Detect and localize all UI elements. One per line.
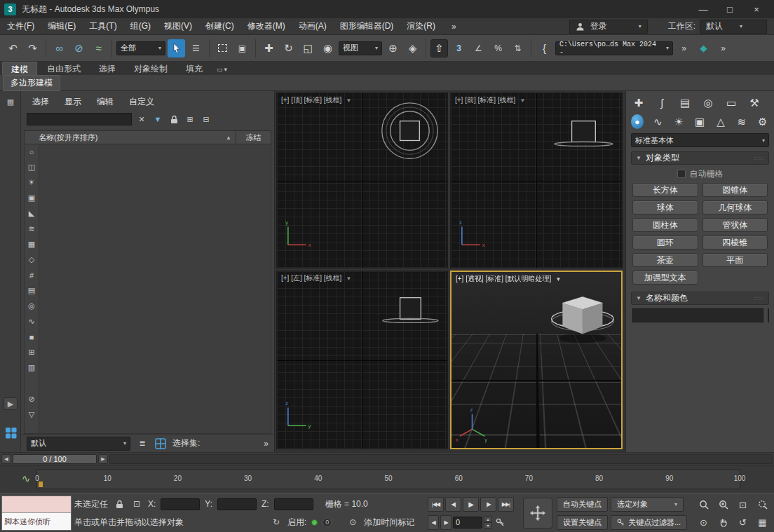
viewport-label-text[interactable]: [+] [顶] [标准] [线框]	[281, 95, 341, 105]
scene-explorer-grid-icon[interactable]	[154, 437, 167, 450]
maxscript-mini-listener[interactable]: 脚本迷你侦听	[1, 496, 72, 531]
selection-lock-toggle[interactable]	[113, 498, 125, 510]
menu-create[interactable]: 创建(C)	[205, 20, 234, 32]
spinner-snap-toggle[interactable]: ⇅	[509, 39, 527, 57]
ribbon-tab-selection[interactable]: 选择	[90, 62, 124, 75]
play-button[interactable]: ▶	[463, 497, 479, 512]
current-frame-field[interactable]	[453, 517, 482, 528]
display-helpers-icon[interactable]: ◣	[26, 208, 37, 219]
set-keys-button[interactable]	[523, 498, 552, 528]
menu-tools[interactable]: 工具(T)	[89, 20, 116, 32]
ribbon-tab-populate[interactable]: 填充	[177, 62, 211, 75]
viewport-left[interactable]: y z [+] [左] [标准] [线框] ▼	[276, 271, 448, 449]
explorer-column-header[interactable]: 名称(按升序排序) ▲ 冻结	[24, 130, 271, 144]
ribbon-display-toggle[interactable]: ▭ ▾	[217, 66, 227, 75]
reference-coordinate-dropdown[interactable]: 视图 ▾	[339, 41, 382, 55]
add-time-tag[interactable]: 添加时间标记	[364, 517, 414, 528]
adaptive-degradation-icon[interactable]: ↻	[270, 516, 283, 528]
key-set-dropdown[interactable]: 选定对象 ▾	[611, 497, 684, 512]
select-and-scale-button[interactable]: ◱	[299, 39, 317, 57]
zoom-button[interactable]	[694, 496, 713, 513]
pan-button[interactable]	[714, 514, 733, 531]
select-and-rotate-button[interactable]: ↻	[280, 39, 297, 57]
active-layer-dropdown[interactable]: 默认 ▾	[27, 437, 130, 451]
create-space-warps-icon[interactable]: ≋	[735, 114, 748, 130]
toolbar-overflow-icon[interactable]: »	[675, 39, 693, 57]
torus-button[interactable]: 圆环	[632, 236, 698, 250]
docked-toolbar-icon[interactable]	[4, 426, 18, 439]
expand-layout-tabs-button[interactable]: ▶	[4, 397, 18, 410]
freeze-column-header[interactable]: 冻结	[236, 131, 271, 144]
ribbon-tab-freeform[interactable]: 自由形式	[39, 62, 89, 75]
spinner-down-icon[interactable]: ▾	[484, 522, 492, 528]
viewport-perspective-active[interactable]: x y z [+] [透视] [标准] [默认明暗处理] ▼	[450, 271, 623, 449]
pyramid-button[interactable]: 四棱锥	[702, 236, 768, 250]
viewport-top[interactable]: x y [+] [顶] [标准] [线框] ▼	[276, 93, 448, 268]
display-misc-icon[interactable]: ▥	[26, 362, 37, 373]
lock-explorer-icon[interactable]	[168, 113, 180, 125]
teapot-button[interactable]: 茶壶	[632, 253, 698, 267]
orbit-button[interactable]: ↺	[733, 514, 752, 531]
explorer-overflow-icon[interactable]: »	[264, 439, 269, 449]
tab-create-icon[interactable]: ✚	[631, 95, 646, 111]
next-frame-button[interactable]: ▶	[440, 515, 452, 530]
tube-button[interactable]: 管状体	[702, 218, 768, 232]
create-geometry-icon[interactable]: ●	[631, 114, 644, 129]
display-frozen-icon[interactable]: ■	[26, 332, 37, 342]
maximize-button[interactable]: □	[717, 0, 743, 18]
tab-modify-icon[interactable]: ∫	[654, 95, 670, 111]
display-materials-icon[interactable]: ◎	[26, 301, 37, 311]
layer-manager-icon[interactable]: ≣	[136, 437, 149, 450]
display-space-warps-icon[interactable]: ≋	[26, 224, 37, 234]
display-cameras-icon[interactable]: ▣	[26, 193, 37, 203]
display-lights-icon[interactable]: ☀	[26, 177, 37, 188]
select-and-place-button[interactable]: ◉	[319, 39, 337, 57]
window-crossing-toggle[interactable]: ▣	[233, 39, 251, 57]
clear-search-icon[interactable]: ✕	[135, 113, 148, 125]
textplus-button[interactable]: 加强型文本	[632, 271, 698, 285]
zoom-extents-button[interactable]: ⊡	[733, 496, 752, 513]
ribbon-tab-modeling[interactable]: 建模	[2, 62, 37, 75]
viewcube-caret-icon[interactable]: ▼	[555, 276, 561, 282]
create-systems-icon[interactable]: ⚙	[756, 114, 769, 130]
previous-key-button[interactable]: ◀|	[445, 497, 461, 512]
menu-animation[interactable]: 动画(A)	[299, 20, 327, 32]
enabled-indicator[interactable]	[311, 519, 318, 526]
viewport-label-text[interactable]: [+] [透视] [标准] [默认明暗处理]	[456, 274, 551, 284]
current-frame-marker[interactable]	[39, 482, 43, 487]
menu-file[interactable]: 文件(F)	[7, 20, 34, 32]
select-by-name-button[interactable]: ☰	[187, 39, 205, 57]
explorer-menu-customize[interactable]: 自定义	[129, 96, 154, 108]
z-coordinate-field[interactable]	[274, 498, 313, 510]
explorer-search-input[interactable]	[27, 113, 132, 125]
select-none-icon[interactable]: ⊘	[26, 394, 37, 404]
viewcube-caret-icon[interactable]: ▼	[520, 97, 525, 104]
object-type-rollout-header[interactable]: ▼ 对象类型 ∷∷	[631, 151, 769, 165]
menu-views[interactable]: 视图(V)	[164, 20, 192, 32]
expand-all-icon[interactable]: ⊞	[184, 113, 196, 125]
next-frame-arrow[interactable]: ▶	[98, 454, 108, 464]
track-bar-ruler[interactable]: 0 10 20 30 40 50 60 70 80 90 100	[36, 469, 740, 489]
name-color-rollout-header[interactable]: ▼ 名称和颜色 ∷∷	[631, 292, 769, 305]
create-lights-icon[interactable]: ☀	[672, 114, 686, 130]
maximize-viewport-toggle[interactable]: ▦	[753, 514, 772, 531]
ribbon-subtab-polygon-modeling[interactable]: 多边形建模	[3, 75, 60, 91]
field-of-view-button[interactable]: ⊙	[694, 514, 713, 531]
set-key-button[interactable]: 设置关键点	[557, 515, 608, 530]
select-object-button[interactable]	[168, 39, 185, 57]
viewport-label-text[interactable]: [+] [前] [标准] [线框]	[455, 95, 515, 105]
selection-filter-dropdown[interactable]: 全部 ▾	[116, 41, 165, 55]
percent-snap-toggle[interactable]: %	[489, 39, 507, 57]
sphere-button[interactable]: 球体	[632, 200, 698, 214]
cone-button[interactable]: 圆锥体	[702, 183, 768, 197]
absolute-offset-toggle[interactable]: ⊡	[130, 498, 143, 510]
viewcube-caret-icon[interactable]: ▼	[346, 275, 351, 282]
render-setup-button[interactable]: ◆	[695, 39, 712, 57]
key-mode-toggle[interactable]	[494, 516, 506, 528]
zoom-region-button[interactable]	[753, 496, 772, 513]
signin-dropdown[interactable]: 登录 ▾	[569, 20, 648, 34]
auto-key-button[interactable]: 自动关键点	[557, 497, 608, 512]
viewport-label-text[interactable]: [+] [左] [标准] [线框]	[281, 273, 341, 283]
display-hidden-icon[interactable]: ⊞	[26, 347, 37, 357]
time-slider-handle[interactable]: 0 / 100	[13, 454, 97, 464]
